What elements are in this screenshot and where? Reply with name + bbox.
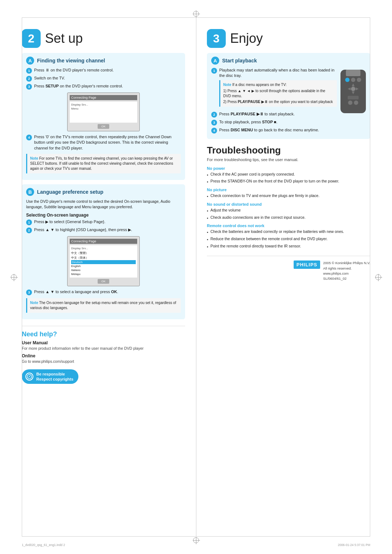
enjoy-column: 3 Enjoy A Start playback: [196, 22, 370, 384]
lang-step-1: 1 Press ▶ to select {General Setup Page}…: [26, 219, 181, 225]
enjoy-header: 3 Enjoy: [207, 29, 370, 48]
dpad-down-icon: [352, 91, 355, 94]
lang-note-text: The On-screen language for the setup men…: [30, 301, 176, 310]
remote-btn-b: [351, 78, 355, 82]
screen-menu-text: Menu: [71, 107, 136, 110]
setup-step-3: 3 Press SETUP on the DVD player's remote…: [26, 83, 181, 90]
reg-mark-left: [11, 274, 17, 280]
lang-item-2: 中文（简体）: [71, 255, 136, 260]
remote-item-1: • Check the batteries are loaded correct…: [207, 229, 370, 235]
step-num-4: 4: [26, 135, 32, 140]
note-label-2: Note: [30, 301, 38, 305]
no-power-title: No power: [207, 166, 370, 171]
lang-step-3-text: Press ▲ ▼ to select a language and press…: [34, 289, 181, 295]
playback-step-num-2: 2: [211, 112, 217, 118]
dpad-left-icon: [348, 87, 351, 90]
screen-title-bar-1: Connecting Page: [70, 95, 137, 100]
playback-note-2: 2) Press PLAY/PAUSE ▶⏸ on the option you…: [223, 99, 334, 104]
dpad-center-btn: [351, 87, 355, 91]
bullet-dot-6: •: [207, 230, 208, 235]
setup-step-4-text: Press '0' on the TV's remote control, th…: [34, 134, 181, 151]
troubleshooting-title: Troubleshooting: [207, 145, 370, 156]
screen-btn-area-1: OK: [70, 124, 137, 129]
philips-bottom-section: PHILIPS 2005 © Koninklijke Philips N.V. …: [207, 256, 370, 281]
no-picture-item-1: • Check connection to TV and ensure the …: [207, 193, 370, 199]
setup-title: Set up: [45, 31, 83, 46]
no-picture-title: No picture: [207, 188, 370, 192]
reg-mark-right: [375, 274, 381, 280]
responsible-text: Be responsible Respect copyrights: [36, 372, 73, 382]
remote-btn-c: [357, 78, 361, 82]
no-sound-text-2: Check audio connections are in the corre…: [211, 215, 306, 220]
lang-step-2: 2 Press ▲ ▼ to highlight {OSD Language},…: [26, 227, 181, 233]
note-label-1: Note: [30, 156, 38, 160]
no-sound-title: No sound or distorted sound: [207, 202, 370, 206]
playback-step-4: 4 Press DISC MENU to go back to the disc…: [211, 127, 366, 134]
remote-top-buttons: [340, 78, 366, 82]
screen-btn-1[interactable]: OK: [98, 124, 109, 129]
bottom-row-left: Be responsible Respect copyrights: [22, 369, 185, 384]
lang-item-3: Deutsch: [71, 260, 136, 264]
step-num-1: 1: [26, 68, 32, 74]
remote-dpad: [348, 83, 359, 94]
remote-issue-title: Remote control does not work: [207, 223, 370, 228]
dpad-right-icon: [356, 87, 359, 90]
remote-item-2: • Reduce the distance between the remote…: [207, 236, 370, 242]
remote-text-3: Point the remote control directly toward…: [211, 243, 301, 249]
remote-screen: [346, 70, 360, 76]
playback-step-1: 1 Playback may start automatically when …: [211, 67, 337, 110]
responsible-button[interactable]: Be responsible Respect copyrights: [22, 369, 78, 384]
lang-step-1-text: Press ▶ to select {General Setup Page}.: [34, 219, 181, 225]
setup-note-box: Note For some TVs, to find the correct v…: [26, 154, 181, 173]
responsible-line1: Be responsible: [36, 372, 73, 377]
no-sound-item-1: • Adjust the volume: [207, 208, 370, 214]
philips-website: www.philips.com: [323, 271, 370, 276]
bullet-dot-7: •: [207, 237, 208, 242]
bullet-dot-5: •: [207, 216, 208, 221]
lang-item-6: Melayu: [71, 272, 136, 276]
dpad-up-icon: [352, 83, 355, 86]
philips-logo: PHILIPS: [294, 260, 320, 269]
remote-play-btn: [348, 96, 359, 99]
lang-step-num-1: 1: [26, 219, 32, 225]
lang-item-4: English: [71, 264, 136, 268]
bullet-dot-3: •: [207, 194, 208, 199]
bullet-dot-2: •: [207, 179, 208, 185]
start-playback-header: A Start playback: [211, 57, 366, 65]
setup-step-2-text: Switch on the TV.: [34, 75, 181, 81]
remote-btn-a: [345, 78, 350, 82]
start-playback-section: A Start playback: [207, 53, 370, 139]
lang-step-3: 3 Press ▲ ▼ to select a language and pre…: [26, 289, 181, 295]
screen-btn-area-2: OK: [70, 279, 137, 284]
playback-note-box: Note If a disc menu appears on the TV: 1…: [219, 80, 337, 107]
remote-item-3: • Point the remote control directly towa…: [207, 243, 370, 250]
lang-step-num-2: 2: [26, 227, 32, 233]
online-title: Online: [22, 353, 185, 358]
center-divider: [196, 17, 196, 537]
lang-item-1: 中文（繁體）: [71, 251, 136, 255]
lang-step-num-3: 3: [26, 290, 32, 295]
lang-note-box: Note The On-screen language for the setu…: [26, 298, 181, 313]
screen-display-text: Display Srv...: [71, 103, 136, 106]
setup-header: 2 Set up: [22, 29, 185, 48]
footer-left: 1_dvd020_qsg_61_eng1.indd 2: [22, 543, 65, 547]
setup-note-text: For some TVs, to find the correct viewin…: [30, 156, 173, 171]
page: 2 Set up A Finding the viewing channel 1…: [0, 0, 392, 554]
playback-step-3-text: To stop playback, press STOP ■.: [219, 119, 366, 125]
lang-pref-intro: Use the DVD player's remote control to s…: [26, 199, 181, 209]
section-b-title: Language preference setup: [37, 189, 103, 195]
step-num-2: 2: [26, 76, 32, 82]
step-num-3: 3: [26, 84, 32, 90]
reg-mark-top: [193, 11, 199, 17]
remote-btn-e: [354, 100, 358, 105]
bullet-dot-8: •: [207, 244, 208, 250]
screen-title-bar-2: Connecting Page: [70, 239, 137, 244]
playback-step-1-text: Playback may start automatically when a …: [219, 67, 337, 110]
remote-btn-d: [348, 100, 352, 105]
no-sound-item-2: • Check audio connections are in the cor…: [207, 215, 370, 221]
playback-step-num-3: 3: [211, 120, 217, 126]
finding-channel-section: A Finding the viewing channel 1 Press ⏸ …: [22, 53, 185, 180]
screen-btn-2[interactable]: OK: [98, 279, 109, 284]
language-section: B Language preference setup Use the DVD …: [22, 184, 185, 319]
section-a-left-badge: A: [26, 57, 34, 65]
